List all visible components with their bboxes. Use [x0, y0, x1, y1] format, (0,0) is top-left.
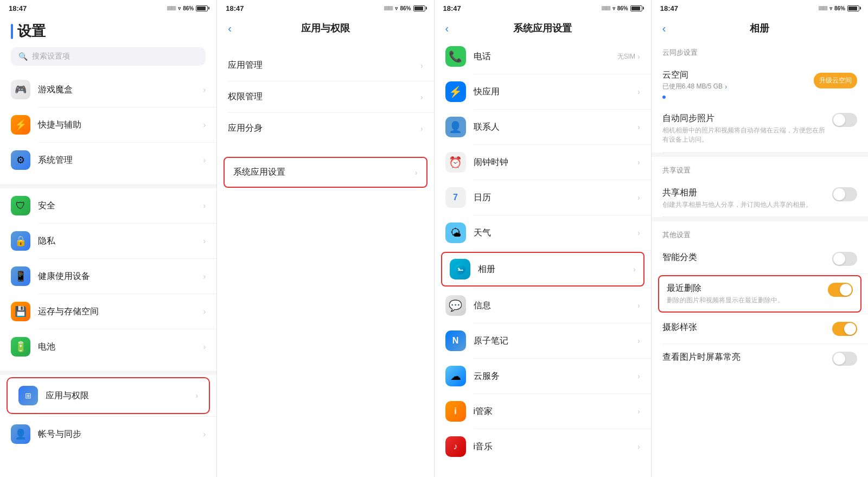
share-album-desc: 创建共享相册与他人分享，并订阅他人共享的相册。	[662, 200, 826, 209]
sys-app-contacts[interactable]: 👤 联系人 ›	[435, 110, 651, 144]
back-button-3[interactable]: ‹	[445, 22, 449, 35]
system-arrow: ›	[203, 156, 206, 164]
apps-icon: ⊞	[18, 386, 38, 405]
messages-arrow: ›	[637, 301, 640, 310]
sys-app-phone[interactable]: 📞 电话 无SIM ›	[435, 39, 651, 74]
imanager-icon: i	[445, 401, 466, 422]
privacy-icon: 🔒	[11, 231, 30, 251]
status-icons-1: 𝄙𝄙 ▿ 86%	[167, 5, 208, 11]
auto-sync-toggle[interactable]	[832, 113, 857, 127]
nav-header-4: ‹ 相册	[652, 15, 868, 39]
system-icon: ⚙	[11, 150, 30, 170]
upgrade-button[interactable]: 升级云空间	[814, 73, 857, 88]
battery-label: 电池	[38, 341, 203, 353]
health-arrow: ›	[203, 272, 206, 281]
app-clone-arrow: ›	[420, 124, 423, 133]
signal-icon-2: 𝄙𝄙	[384, 5, 393, 11]
settings-item-quick[interactable]: ⚡ 快捷与辅助 ›	[0, 107, 216, 142]
sys-app-fastapp[interactable]: ⚡ 快应用 ›	[435, 74, 651, 109]
cloud-space-used: 已使用6.48 MB/5 GB ›	[662, 82, 814, 91]
share-section-title: 共享设置	[652, 157, 868, 180]
sys-app-imanager[interactable]: i i管家 ›	[435, 394, 651, 429]
perm-manage-label: 权限管理	[228, 91, 420, 103]
wifi-icon-4: ▿	[829, 5, 832, 11]
section-divider-1	[0, 184, 216, 188]
notes-label: 原子笔记	[474, 335, 638, 347]
apps-arrow: ›	[196, 391, 199, 400]
settings-header: 设置	[0, 15, 216, 45]
sys-app-weather[interactable]: 🌤 天气 ›	[435, 215, 651, 250]
phone-label: 电话	[474, 51, 617, 62]
settings-item-apps[interactable]: ⊞ 应用与权限 ›	[7, 377, 210, 414]
sys-app-messages[interactable]: 💬 信息 ›	[435, 288, 651, 323]
share-album-title: 共享相册	[662, 187, 826, 199]
panel-sys-apps: 18:47 𝄙𝄙 ▿ 86% ‹ 系统应用设置 📞 电话 无SIM › ⚡	[435, 0, 652, 477]
menu-sys-app[interactable]: 系统应用设置 ›	[224, 157, 427, 188]
nav-title-3: 系统应用设置	[513, 22, 572, 35]
sys-app-clock[interactable]: ⏰ 闹钟时钟 ›	[435, 145, 651, 180]
messages-icon: 💬	[445, 295, 466, 316]
recent-delete-toggle[interactable]	[828, 283, 853, 297]
cloud-space-row[interactable]: 云空间 已使用6.48 MB/5 GB › 升级云空间	[652, 62, 868, 93]
screen-on-toggle[interactable]	[832, 352, 857, 366]
settings-item-battery[interactable]: 🔋 电池 ›	[0, 329, 216, 364]
settings-section-1: 🎮 游戏魔盒 › ⚡ 快捷与辅助 › ⚙ 系统管理 ›	[0, 72, 216, 177]
search-placeholder: 搜索设置项	[32, 52, 70, 61]
menu-app-clone[interactable]: 应用分身 ›	[217, 113, 433, 144]
sys-app-calendar[interactable]: 7 日历 ›	[435, 180, 651, 215]
contacts-label: 联系人	[474, 122, 638, 133]
settings-item-game[interactable]: 🎮 游戏魔盒 ›	[0, 72, 216, 107]
search-icon: 🔍	[18, 52, 28, 61]
battery-icon-1	[196, 5, 208, 11]
share-album-item: 共享相册 创建共享相册与他人分享，并订阅他人共享的相册。	[652, 180, 868, 217]
search-bar[interactable]: 🔍 搜索设置项	[11, 47, 206, 66]
photos-settings-list: 云同步设置 云空间 已使用6.48 MB/5 GB › 升级云空间 自动同步照片…	[652, 39, 868, 477]
sys-app-photos[interactable]: 相册 ›	[441, 252, 644, 287]
sys-app-cloud[interactable]: ☁ 云服务 ›	[435, 359, 651, 393]
sys-app-imusic[interactable]: ♪ i音乐 ›	[435, 429, 651, 464]
app-clone-label: 应用分身	[228, 123, 420, 134]
settings-item-security[interactable]: 🛡 安全 ›	[0, 188, 216, 223]
menu-app-manage[interactable]: 应用管理 ›	[217, 50, 433, 81]
settings-item-health[interactable]: 📱 健康使用设备 ›	[0, 259, 216, 294]
battery-percent-3: 86%	[617, 5, 628, 11]
calendar-icon: 7	[445, 187, 466, 208]
recent-delete-text: 最近删除 删除的图片和视频将显示在最近删除中。	[667, 283, 821, 305]
game-arrow: ›	[203, 85, 206, 94]
recent-delete-desc: 删除的图片和视频将显示在最近删除中。	[667, 296, 821, 305]
quick-icon: ⚡	[11, 115, 30, 135]
signal-icon-4: 𝄙𝄙	[819, 5, 827, 11]
back-button-2[interactable]: ‹	[228, 22, 232, 35]
settings-item-account[interactable]: 👤 帐号与同步 ›	[0, 417, 216, 451]
sys-app-notes[interactable]: N 原子笔记 ›	[435, 323, 651, 358]
sys-apps-content: ‹ 系统应用设置 📞 电话 无SIM › ⚡ 快应用 › 👤 联系人	[435, 15, 651, 477]
imanager-label: i管家	[474, 406, 638, 417]
share-album-toggle[interactable]	[832, 187, 857, 201]
time-1: 18:47	[9, 4, 27, 12]
panel-photos-settings: 18:47 𝄙𝄙 ▿ 86% ‹ 相册 云同步设置 云空间 已使用6.48 MB…	[652, 0, 868, 477]
game-label: 游戏魔盒	[38, 84, 203, 96]
battery-icon-2	[413, 5, 425, 11]
cloud-icon: ☁	[445, 366, 466, 386]
battery-percent-4: 86%	[834, 5, 845, 11]
smart-sort-toggle[interactable]	[832, 252, 857, 266]
settings-item-system[interactable]: ⚙ 系统管理 ›	[0, 143, 216, 177]
sys-app-arrow: ›	[415, 168, 418, 177]
back-button-4[interactable]: ‹	[662, 22, 666, 35]
battery-arrow: ›	[203, 342, 206, 351]
imanager-arrow: ›	[637, 407, 640, 416]
cloud-label: 云服务	[474, 371, 638, 382]
auto-sync-item: 自动同步照片 相机相册中的照片和视频将自动存储在云端，方便您在所有设备上访问。	[652, 105, 868, 152]
settings-item-privacy[interactable]: 🔒 隐私 ›	[0, 224, 216, 258]
fastapp-label: 快应用	[474, 86, 638, 98]
sample-photo-toggle[interactable]	[832, 322, 857, 336]
smart-sort-item: 智能分类	[652, 244, 868, 274]
cloud-space-info: 云空间 已使用6.48 MB/5 GB ›	[662, 69, 814, 91]
phone-sub: 无SIM	[617, 52, 635, 61]
auto-sync-desc: 相机相册中的照片和视频将自动存储在云端，方便您在所有设备上访问。	[662, 126, 826, 144]
smart-sort-text: 智能分类	[662, 252, 826, 265]
weather-arrow: ›	[637, 228, 640, 237]
settings-item-storage[interactable]: 💾 运存与存储空间 ›	[0, 294, 216, 329]
menu-perm-manage[interactable]: 权限管理 ›	[217, 81, 433, 112]
signal-icon-1: 𝄙𝄙	[167, 5, 176, 11]
